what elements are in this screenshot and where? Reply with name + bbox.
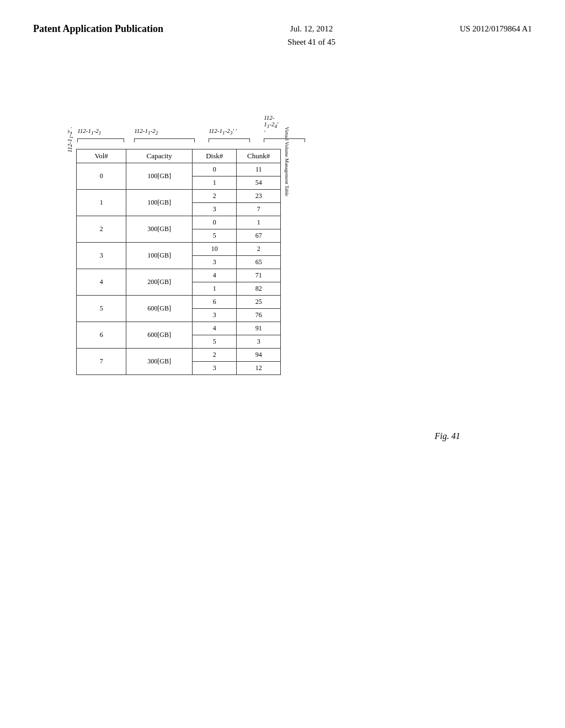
cell-chunk: 3	[237, 335, 281, 349]
figure-label: Fig. 41	[435, 431, 460, 441]
cell-chunk: 25	[237, 296, 281, 309]
cell-disk: 10	[193, 243, 237, 256]
cell-vol: 2	[77, 216, 126, 243]
cell-disk: 1	[193, 176, 237, 190]
cell-chunk: 76	[237, 309, 281, 322]
table-row: 7300[GB]294	[77, 349, 281, 362]
cell-disk: 4	[193, 322, 237, 335]
cell-chunk: 12	[237, 362, 281, 375]
table-row: 5600[GB]625	[77, 296, 281, 309]
cell-vol: 0	[77, 163, 126, 190]
table-section: 112-11-21 112-11-22 112-11-23' ' 112-11-…	[76, 110, 281, 375]
cell-vol: 5	[77, 296, 126, 322]
table-row: 1100[GB]223	[77, 190, 281, 203]
cell-chunk: 2	[237, 243, 281, 256]
cell-disk: 1	[193, 282, 237, 296]
cell-capacity: 200[GB]	[126, 269, 193, 296]
main-label: 112-11-2' .	[66, 127, 74, 152]
table-row: 3100[GB]102	[77, 243, 281, 256]
cell-disk: 5	[193, 335, 237, 349]
col-header-disk: Disk#	[193, 149, 237, 163]
cell-capacity: 100[GB]	[126, 190, 193, 216]
table-row: 0100[GB]011	[77, 163, 281, 176]
cell-vol: 4	[77, 269, 126, 296]
col3-label: 112-11-23' '	[209, 127, 237, 136]
cell-chunk: 7	[237, 203, 281, 216]
header-center: Jul. 12, 2012 Sheet 41 of 45	[287, 22, 335, 49]
cell-chunk: 67	[237, 229, 281, 243]
col4-label: 112-11-24' '	[264, 114, 281, 136]
cell-disk: 3	[193, 362, 237, 375]
cell-vol: 3	[77, 243, 126, 269]
cell-chunk: 65	[237, 256, 281, 269]
col2-label: 112-11-22	[134, 127, 158, 136]
cell-disk: 4	[193, 269, 237, 282]
cell-disk: 3	[193, 309, 237, 322]
cell-chunk: 94	[237, 349, 281, 362]
table-outer-wrapper: 112-11-2' . 112-11-21 112-11-22 112-11-2…	[66, 110, 290, 375]
cell-chunk: 82	[237, 282, 281, 296]
cell-disk: 6	[193, 296, 237, 309]
cell-vol: 6	[77, 322, 126, 349]
cell-chunk: 23	[237, 190, 281, 203]
cell-vol: 7	[77, 349, 126, 375]
cell-chunk: 1	[237, 216, 281, 229]
cell-capacity: 300[GB]	[126, 216, 193, 243]
cell-chunk: 54	[237, 176, 281, 190]
page-header: Patent Application Publication Jul. 12, …	[0, 0, 565, 49]
col1-label: 112-11-21	[77, 127, 101, 136]
table-row: 4200[GB]471	[77, 269, 281, 282]
cell-disk: 0	[193, 163, 237, 176]
cell-disk: 2	[193, 190, 237, 203]
cell-capacity: 300[GB]	[126, 349, 193, 375]
cell-capacity: 100[GB]	[126, 243, 193, 269]
publication-title: Patent Application Publication	[33, 22, 163, 36]
cell-disk: 0	[193, 216, 237, 229]
table-row: 2300[GB]01	[77, 216, 281, 229]
table-row: 6600[GB]491	[77, 322, 281, 335]
cell-vol: 1	[77, 190, 126, 216]
cell-disk: 3	[193, 256, 237, 269]
cell-disk: 5	[193, 229, 237, 243]
cell-capacity: 100[GB]	[126, 163, 193, 190]
cell-capacity: 600[GB]	[126, 322, 193, 349]
diagram-area: 112-11-2' . 112-11-21 112-11-22 112-11-2…	[66, 110, 290, 375]
patent-number: US 2012/0179864 A1	[460, 22, 532, 35]
cell-chunk: 71	[237, 269, 281, 282]
cell-disk: 2	[193, 349, 237, 362]
col-header-chunk: Chunk#	[237, 149, 281, 163]
cell-capacity: 600[GB]	[126, 296, 193, 322]
col-header-vol: Vol#	[77, 149, 126, 163]
volume-management-table: Vol# Capacity Disk# Chunk# 0100[GB]01115…	[76, 149, 281, 375]
cell-chunk: 11	[237, 163, 281, 176]
cell-disk: 3	[193, 203, 237, 216]
right-label: Virtual Volume Management Table	[284, 127, 290, 196]
cell-chunk: 91	[237, 322, 281, 335]
col-header-capacity: Capacity	[126, 149, 193, 163]
